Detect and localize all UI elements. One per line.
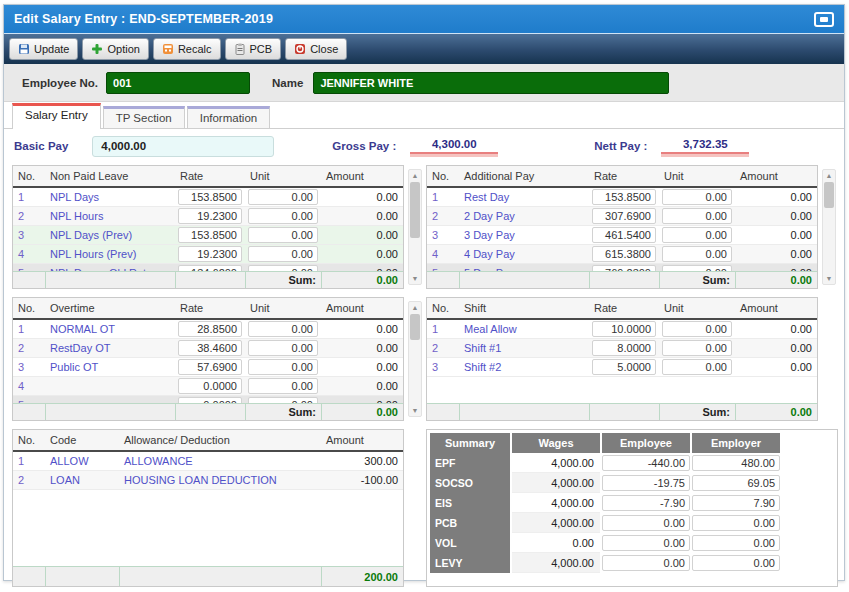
maximize-icon[interactable] bbox=[814, 12, 834, 27]
rate-input[interactable]: 153.8500 bbox=[592, 189, 656, 205]
rate-input[interactable]: 615.3800 bbox=[592, 246, 656, 262]
scrollbar-thumb[interactable] bbox=[410, 182, 420, 238]
table-row[interactable]: 3NPL Days (Prev)153.85000.000.00 bbox=[13, 226, 403, 245]
employee-amount-input[interactable]: 0.00 bbox=[602, 555, 690, 571]
employer-amount-input[interactable]: 0.00 bbox=[692, 515, 780, 531]
rate-input[interactable]: 19.2300 bbox=[178, 246, 242, 262]
gross-pay-value: 4,300.00 bbox=[410, 138, 498, 154]
rate-input[interactable]: 461.5400 bbox=[592, 227, 656, 243]
employee-amount-input[interactable]: 0.00 bbox=[602, 515, 690, 531]
employee-name-field[interactable]: JENNIFER WHITE bbox=[313, 72, 669, 94]
unit-input[interactable]: 0.00 bbox=[662, 189, 732, 205]
table-row[interactable]: 2Shift #18.00000.000.00 bbox=[427, 339, 817, 358]
table-row[interactable]: 55 Day Pay769.23000.000.00 bbox=[427, 264, 817, 271]
rate-input[interactable]: 28.8500 bbox=[178, 321, 242, 337]
table-header-row: No.OvertimeRateUnitAmount bbox=[13, 298, 403, 320]
employer-amount-input[interactable]: 7.90 bbox=[692, 495, 780, 511]
sum-row: Sum:0.00 bbox=[13, 403, 403, 420]
table-header-row: SummaryWagesEmployeeEmployer bbox=[430, 433, 834, 453]
unit-input[interactable]: 0.00 bbox=[662, 208, 732, 224]
update-button[interactable]: Update bbox=[9, 38, 78, 60]
table-row[interactable]: 1Meal Allow10.00000.000.00 bbox=[427, 320, 817, 339]
table-row[interactable]: 1Rest Day153.85000.000.00 bbox=[427, 188, 817, 207]
employee-amount-input[interactable]: -440.00 bbox=[602, 455, 690, 471]
table-row[interactable]: 3Public OT57.69000.000.00 bbox=[13, 358, 403, 377]
unit-input[interactable]: 0.00 bbox=[248, 227, 318, 243]
column-header: Rate bbox=[589, 302, 659, 314]
vertical-scrollbar[interactable]: ▲▼ bbox=[408, 301, 422, 417]
recalc-button[interactable]: Recalc bbox=[153, 38, 221, 60]
scroll-up-icon[interactable]: ▲ bbox=[823, 171, 835, 180]
unit-input[interactable]: 0.00 bbox=[248, 246, 318, 262]
unit-input[interactable]: 0.00 bbox=[248, 321, 318, 337]
employer-amount-input[interactable]: 0.00 bbox=[692, 535, 780, 551]
close-button[interactable]: Close bbox=[285, 38, 347, 60]
unit-input[interactable]: 0.00 bbox=[248, 208, 318, 224]
table-row[interactable]: 3Shift #25.00000.000.00 bbox=[427, 358, 817, 377]
employer-amount-input[interactable]: 69.05 bbox=[692, 475, 780, 491]
employer-amount-input[interactable]: 480.00 bbox=[692, 455, 780, 471]
unit-input[interactable]: 0.00 bbox=[248, 378, 318, 394]
scroll-up-icon[interactable]: ▲ bbox=[409, 303, 421, 312]
tab-information[interactable]: Information bbox=[187, 106, 271, 128]
tab-tp-section[interactable]: TP Section bbox=[103, 106, 185, 128]
vertical-scrollbar[interactable]: ▲▼ bbox=[408, 169, 422, 285]
table-row[interactable]: 50.00000.000.00 bbox=[13, 396, 403, 403]
rate-input[interactable]: 8.0000 bbox=[592, 340, 656, 356]
item-name: NPL Hours bbox=[45, 210, 175, 222]
basic-pay-input[interactable]: 4,000.00 bbox=[92, 136, 274, 157]
table-rows-viewport: 1Meal Allow10.00000.000.002Shift #18.000… bbox=[427, 320, 817, 403]
table-row[interactable]: 1NORMAL OT28.85000.000.00 bbox=[13, 320, 403, 339]
employee-amount-input[interactable]: -7.90 bbox=[602, 495, 690, 511]
table-row[interactable]: 1ALLOWALLOWANCE300.00 bbox=[13, 452, 403, 471]
unit-input[interactable]: 0.00 bbox=[662, 340, 732, 356]
employee-amount-input[interactable]: -19.75 bbox=[602, 475, 690, 491]
table-row[interactable]: 44 Day Pay615.38000.000.00 bbox=[427, 245, 817, 264]
row-number: 4 bbox=[13, 248, 45, 260]
rate-input[interactable]: 307.6900 bbox=[592, 208, 656, 224]
scrollbar-thumb[interactable] bbox=[410, 314, 420, 340]
scroll-down-icon[interactable]: ▼ bbox=[409, 274, 421, 283]
rate-input[interactable]: 5.0000 bbox=[592, 359, 656, 375]
table-row[interactable]: 5NPL Days - Old Rates134.62000.000.00 bbox=[13, 264, 403, 271]
unit-input[interactable]: 0.00 bbox=[248, 189, 318, 205]
table-row[interactable]: 2NPL Hours19.23000.000.00 bbox=[13, 207, 403, 226]
employee-no-field[interactable]: 001 bbox=[106, 72, 250, 94]
scroll-down-icon[interactable]: ▼ bbox=[409, 406, 421, 415]
table-row[interactable]: 22 Day Pay307.69000.000.00 bbox=[427, 207, 817, 226]
table-row[interactable]: 4NPL Hours (Prev)19.23000.000.00 bbox=[13, 245, 403, 264]
table-row[interactable]: 2LOANHOUSING LOAN DEDUCTION-100.00 bbox=[13, 471, 403, 490]
unit-input[interactable]: 0.00 bbox=[248, 359, 318, 375]
amount-value: 0.00 bbox=[735, 229, 817, 241]
vertical-scrollbar[interactable]: ▲▼ bbox=[822, 169, 836, 285]
scroll-up-icon[interactable]: ▲ bbox=[409, 171, 421, 180]
wages-value: 4,000.00 bbox=[512, 513, 600, 533]
rate-input[interactable]: 57.6900 bbox=[178, 359, 242, 375]
table-row[interactable]: 2RestDay OT38.46000.000.00 bbox=[13, 339, 403, 358]
rate-input[interactable]: 153.8500 bbox=[178, 227, 242, 243]
employee-strip: Employee No. 001 Name JENNIFER WHITE bbox=[4, 64, 844, 102]
table-row[interactable]: 1NPL Days153.85000.000.00 bbox=[13, 188, 403, 207]
table-row[interactable]: 40.00000.000.00 bbox=[13, 377, 403, 396]
unit-input[interactable]: 0.00 bbox=[662, 321, 732, 337]
table-row[interactable]: 33 Day Pay461.54000.000.00 bbox=[427, 226, 817, 245]
rate-input[interactable]: 19.2300 bbox=[178, 208, 242, 224]
rate-input[interactable]: 153.8500 bbox=[178, 189, 242, 205]
unit-input[interactable]: 0.00 bbox=[662, 246, 732, 262]
scrollbar-thumb[interactable] bbox=[824, 182, 834, 208]
unit-input[interactable]: 0.00 bbox=[662, 359, 732, 375]
employer-amount-input[interactable]: 0.00 bbox=[692, 555, 780, 571]
column-header: Rate bbox=[175, 170, 245, 182]
rate-input[interactable]: 0.0000 bbox=[178, 378, 242, 394]
unit-input[interactable]: 0.00 bbox=[248, 340, 318, 356]
option-button[interactable]: Option bbox=[82, 38, 148, 60]
rate-input[interactable]: 10.0000 bbox=[592, 321, 656, 337]
item-name: 2 Day Pay bbox=[459, 210, 589, 222]
employee-amount-input[interactable]: 0.00 bbox=[602, 535, 690, 551]
rate-input[interactable]: 38.4600 bbox=[178, 340, 242, 356]
column-header: Amount bbox=[735, 170, 817, 182]
unit-input[interactable]: 0.00 bbox=[662, 227, 732, 243]
tab-salary-entry[interactable]: Salary Entry bbox=[12, 103, 101, 129]
scroll-down-icon[interactable]: ▼ bbox=[823, 274, 835, 283]
pcb-button[interactable]: PCB bbox=[225, 38, 282, 60]
